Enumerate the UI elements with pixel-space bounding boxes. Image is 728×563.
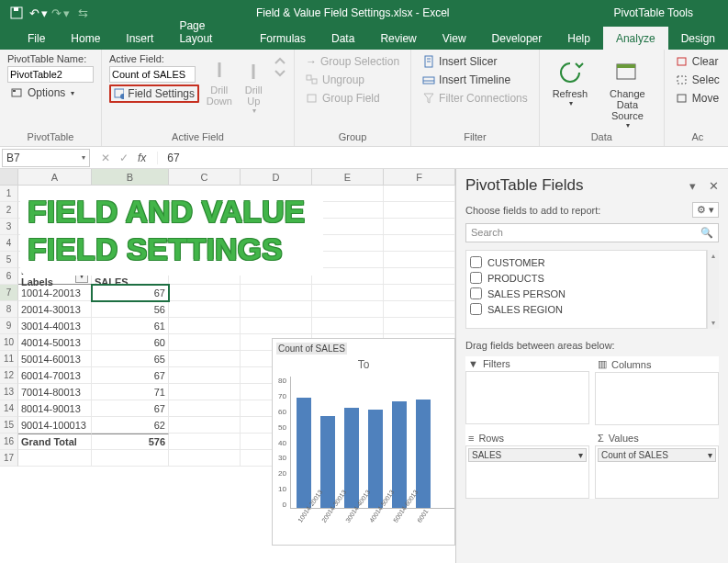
move-button[interactable]: Move	[672, 90, 722, 107]
col-header-a[interactable]: A	[18, 169, 92, 185]
name-box[interactable]: B7▾	[2, 149, 90, 167]
redo-icon[interactable]: ↷▾	[51, 4, 70, 22]
pivot-row-label[interactable]: 40014-50013	[18, 334, 92, 351]
field-item[interactable]: SALES REGION	[470, 301, 702, 317]
drill-up-button[interactable]: Drill Up▾	[240, 53, 269, 115]
tab-help[interactable]: Help	[554, 27, 603, 50]
col-header-e[interactable]: E	[312, 169, 384, 185]
row-header[interactable]: 13	[0, 384, 18, 400]
area-columns-drop[interactable]	[595, 372, 719, 425]
row-header[interactable]: 4	[0, 235, 18, 252]
change-data-source-button[interactable]: Change Data Source▾	[599, 53, 656, 129]
insert-timeline-button[interactable]: Insert Timeline	[419, 72, 514, 88]
pivot-row-value[interactable]: 62	[92, 417, 169, 434]
field-item[interactable]: PRODUCTS	[470, 270, 702, 286]
active-field-input[interactable]	[109, 66, 196, 83]
grand-total-value[interactable]: 576	[92, 434, 169, 450]
select-button[interactable]: Selec	[672, 72, 723, 88]
save-icon[interactable]	[7, 4, 26, 22]
area-filters-drop[interactable]	[465, 371, 589, 424]
field-checkbox[interactable]	[470, 272, 482, 284]
pivot-row-value[interactable]: 67	[92, 367, 169, 384]
enter-icon[interactable]: ✓	[119, 152, 129, 164]
tab-analyze[interactable]: Analyze	[603, 27, 668, 50]
pivot-row-value[interactable]: 61	[92, 318, 169, 334]
pane-close-icon[interactable]: ✕	[709, 179, 719, 193]
row-header[interactable]: 11	[0, 351, 18, 367]
group-field-button[interactable]: Group Field	[302, 90, 384, 107]
pivot-row-label[interactable]: 30014-40013	[18, 318, 92, 334]
tab-view[interactable]: View	[430, 27, 479, 50]
cancel-icon[interactable]: ✕	[101, 152, 110, 164]
area-row-item[interactable]: SALES▾	[468, 448, 587, 462]
pivot-row-label[interactable]: 50014-60013	[18, 351, 92, 367]
row-header[interactable]: 17	[0, 450, 18, 467]
pivot-row-value[interactable]: 65	[92, 351, 169, 367]
tab-insert[interactable]: Insert	[113, 27, 166, 50]
field-item[interactable]: CUSTOMER	[470, 254, 702, 270]
fields-search-input[interactable]: Search 🔍	[465, 223, 719, 242]
fields-list[interactable]: CUSTOMERPRODUCTSSALES PERSONSALES REGION	[465, 250, 707, 329]
select-all-corner[interactable]	[0, 169, 18, 185]
pane-dropdown-icon[interactable]: ▾	[689, 179, 696, 193]
field-settings-button[interactable]: Field Settings	[109, 84, 199, 103]
row-header[interactable]: 1	[0, 186, 18, 202]
pivot-name-input[interactable]	[7, 66, 94, 83]
clear-button[interactable]: Clear	[672, 53, 722, 70]
drill-down-button[interactable]: Drill Down	[205, 53, 234, 107]
col-header-c[interactable]: C	[169, 169, 241, 185]
field-item[interactable]: SALES PERSON	[470, 286, 702, 301]
tab-file[interactable]: File	[15, 27, 58, 50]
pivot-row-value[interactable]: 67	[92, 400, 169, 417]
refresh-button[interactable]: Refresh▾	[547, 53, 593, 107]
tab-design[interactable]: Design	[668, 27, 728, 50]
chart-bar[interactable]	[297, 398, 311, 508]
row-header[interactable]: 2	[0, 202, 18, 219]
grand-total-label[interactable]: Grand Total	[18, 434, 92, 450]
tab-formulas[interactable]: Formulas	[247, 27, 319, 50]
tab-page-layout[interactable]: Page Layout	[166, 14, 247, 50]
col-header-b[interactable]: B	[92, 169, 169, 185]
area-rows-drop[interactable]: SALES▾	[465, 445, 589, 499]
row-header[interactable]: 7	[0, 285, 18, 301]
pivot-row-value[interactable]: 67	[92, 285, 169, 301]
field-checkbox[interactable]	[470, 303, 482, 315]
area-value-item[interactable]: Count of SALES▾	[598, 448, 716, 462]
pivot-row-value[interactable]: 56	[92, 301, 169, 318]
row-header[interactable]: 6	[0, 268, 18, 285]
pivot-row-label[interactable]: 60014-70013	[18, 367, 92, 384]
pivot-row-label[interactable]: 20014-30013	[18, 301, 92, 318]
options-button[interactable]: Options▾	[7, 84, 78, 101]
row-header[interactable]: 16	[0, 434, 18, 450]
field-checkbox[interactable]	[470, 256, 482, 268]
group-selection-button[interactable]: → Group Selection	[302, 53, 403, 70]
col-header-f[interactable]: F	[384, 169, 455, 185]
filter-connections-button[interactable]: Filter Connections	[419, 90, 532, 107]
pane-layout-button[interactable]: ⚙ ▾	[692, 202, 719, 218]
pivot-row-label[interactable]: 70014-80013	[18, 384, 92, 400]
row-header[interactable]: 10	[0, 334, 18, 351]
pivot-row-label[interactable]: 10014-20013	[18, 285, 92, 301]
tab-review[interactable]: Review	[367, 27, 429, 50]
row-header[interactable]: 8	[0, 301, 18, 318]
area-values-drop[interactable]: Count of SALES▾	[595, 445, 719, 499]
grid[interactable]: A B C D E F 1 2 3 4 5 6 Row Labels▾ Coun…	[0, 169, 455, 563]
insert-slicer-button[interactable]: Insert Slicer	[419, 53, 500, 70]
chart-bar[interactable]	[320, 416, 335, 508]
row-header[interactable]: 5	[0, 252, 18, 268]
row-header[interactable]: 3	[0, 219, 18, 235]
field-checkbox[interactable]	[470, 287, 482, 299]
tab-home[interactable]: Home	[58, 27, 113, 50]
fx-icon[interactable]: fx	[138, 152, 146, 164]
tab-data[interactable]: Data	[319, 27, 367, 50]
pivot-row-label[interactable]: 80014-90013	[18, 400, 92, 417]
pivot-row-value[interactable]: 71	[92, 384, 169, 400]
row-header[interactable]: 9	[0, 318, 18, 334]
pivot-row-label[interactable]: 90014-100013	[18, 417, 92, 434]
ungroup-button[interactable]: Ungroup	[302, 72, 368, 88]
row-header[interactable]: 12	[0, 367, 18, 384]
formula-input[interactable]: 67	[157, 152, 728, 164]
undo-icon[interactable]: ↶▾	[29, 4, 48, 22]
tab-developer[interactable]: Developer	[479, 27, 555, 50]
row-header[interactable]: 15	[0, 417, 18, 434]
